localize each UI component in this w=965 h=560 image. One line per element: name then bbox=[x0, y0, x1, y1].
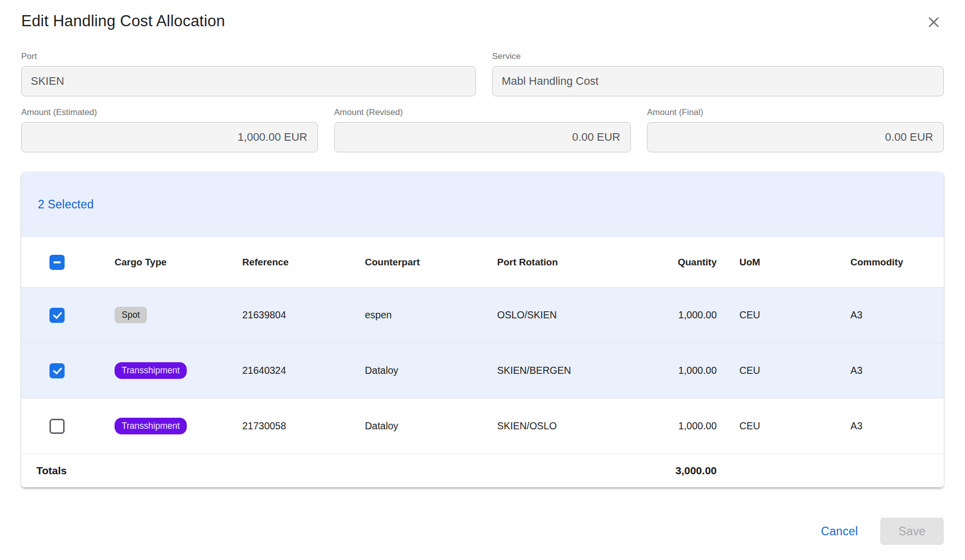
field-row-amounts: Amount (Estimated) Amount (Revised) Amou… bbox=[21, 107, 944, 152]
field-row-port-service: Port Service bbox=[21, 51, 944, 96]
uom-cell: CEU bbox=[717, 309, 828, 321]
cargo-type-cell: Transshipment bbox=[115, 362, 242, 379]
cargo-type-badge: Transshipment bbox=[115, 362, 187, 379]
commodity-cell: A3 bbox=[828, 309, 944, 321]
counterpart-cell: espen bbox=[365, 309, 497, 321]
dialog-footer: Cancel Save bbox=[21, 518, 944, 560]
row-select-cell bbox=[21, 308, 115, 323]
port-field-group: Port bbox=[21, 51, 476, 96]
amount-final-field-group: Amount (Final) bbox=[647, 107, 944, 152]
cancel-button[interactable]: Cancel bbox=[821, 525, 858, 538]
uom-cell: CEU bbox=[717, 365, 828, 376]
table-row: Spot 21639804 espen OSLO/SKIEN 1,000.00 … bbox=[21, 288, 944, 343]
reference-cell: 21730058 bbox=[242, 420, 365, 432]
service-label: Service bbox=[492, 51, 944, 62]
col-reference: Reference bbox=[242, 257, 365, 268]
select-all-cell bbox=[21, 255, 115, 270]
counterpart-cell: Dataloy bbox=[365, 365, 497, 376]
cargo-type-cell: Spot bbox=[115, 307, 242, 323]
quantity-cell: 1,000.00 bbox=[636, 365, 717, 376]
row-checkbox[interactable] bbox=[49, 363, 65, 378]
selection-banner: 2 Selected bbox=[21, 172, 944, 237]
totals-label: Totals bbox=[21, 465, 115, 477]
port-rotation-cell: SKIEN/BERGEN bbox=[497, 365, 636, 376]
col-counterpart: Counterpart bbox=[365, 257, 497, 268]
col-commodity: Commodity bbox=[828, 257, 944, 268]
amount-revised-input[interactable] bbox=[334, 122, 631, 152]
service-field-group: Service bbox=[492, 51, 944, 96]
col-port-rotation: Port Rotation bbox=[497, 257, 636, 268]
row-checkbox[interactable] bbox=[49, 419, 65, 434]
amount-estimated-label: Amount (Estimated) bbox=[21, 107, 318, 118]
amount-estimated-input[interactable] bbox=[21, 122, 318, 152]
selection-count: 2 Selected bbox=[38, 198, 94, 211]
quantity-cell: 1,000.00 bbox=[636, 309, 717, 321]
service-input[interactable] bbox=[492, 66, 944, 96]
cargo-type-badge: Spot bbox=[115, 307, 147, 323]
port-rotation-cell: OSLO/SKIEN bbox=[497, 309, 636, 321]
port-input[interactable] bbox=[21, 66, 476, 96]
close-icon[interactable] bbox=[926, 13, 944, 31]
dialog-header: Edit Handling Cost Allocation bbox=[21, 12, 944, 36]
row-select-cell bbox=[21, 419, 115, 434]
reference-cell: 21640324 bbox=[242, 365, 365, 376]
quantity-cell: 1,000.00 bbox=[636, 420, 717, 432]
cargo-type-cell: Transshipment bbox=[115, 418, 242, 434]
reference-cell: 21639804 bbox=[242, 309, 365, 321]
commodity-cell: A3 bbox=[828, 365, 944, 376]
save-button[interactable]: Save bbox=[880, 518, 944, 545]
row-checkbox[interactable] bbox=[49, 308, 65, 323]
port-label: Port bbox=[21, 51, 476, 62]
col-uom: UoM bbox=[717, 257, 828, 268]
edit-handling-cost-dialog: Edit Handling Cost Allocation Port Servi… bbox=[0, 0, 965, 560]
table-row: Transshipment 21640324 Dataloy SKIEN/BER… bbox=[21, 343, 944, 399]
amount-estimated-field-group: Amount (Estimated) bbox=[21, 107, 318, 152]
port-rotation-cell: SKIEN/OSLO bbox=[497, 420, 636, 432]
counterpart-cell: Dataloy bbox=[365, 420, 497, 432]
totals-quantity: 3,000.00 bbox=[636, 465, 717, 477]
col-quantity: Quantity bbox=[636, 257, 717, 268]
commodity-cell: A3 bbox=[828, 420, 944, 432]
cargo-type-badge: Transshipment bbox=[115, 418, 187, 434]
allocation-card: 2 Selected Cargo Type Reference Counterp… bbox=[21, 172, 944, 487]
amount-final-input[interactable] bbox=[647, 122, 944, 152]
select-all-checkbox[interactable] bbox=[49, 255, 65, 270]
dialog-title: Edit Handling Cost Allocation bbox=[21, 12, 225, 30]
col-cargo-type: Cargo Type bbox=[115, 257, 242, 268]
amount-revised-label: Amount (Revised) bbox=[334, 107, 631, 118]
amount-final-label: Amount (Final) bbox=[647, 107, 944, 118]
uom-cell: CEU bbox=[717, 420, 828, 432]
table-header-row: Cargo Type Reference Counterpart Port Ro… bbox=[21, 237, 944, 288]
table-row: Transshipment 21730058 Dataloy SKIEN/OSL… bbox=[21, 399, 944, 454]
row-select-cell bbox=[21, 363, 115, 378]
amount-revised-field-group: Amount (Revised) bbox=[334, 107, 631, 152]
totals-row: Totals 3,000.00 bbox=[21, 454, 944, 487]
